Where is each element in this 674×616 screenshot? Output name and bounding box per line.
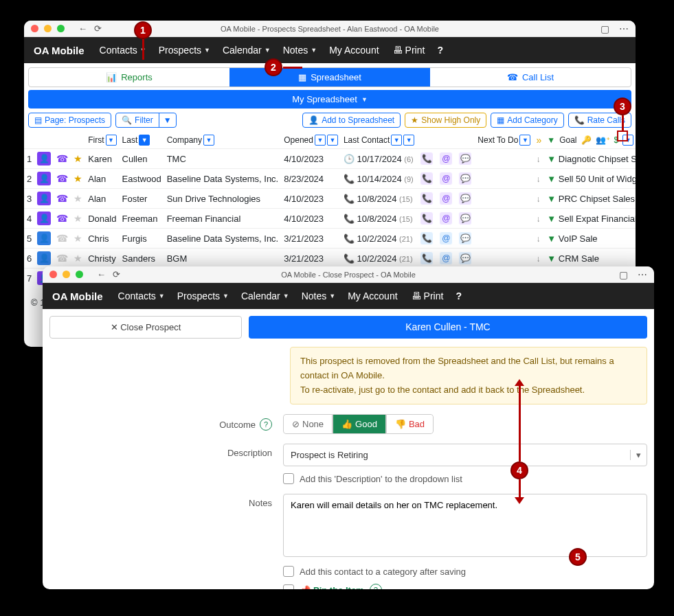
cell-first: Chris bbox=[85, 229, 119, 249]
info-box: This prospect is removed from the Spread… bbox=[290, 347, 647, 404]
at-icon[interactable]: @ bbox=[439, 251, 453, 265]
star-icon[interactable]: ★ bbox=[74, 253, 82, 264]
tab-reports[interactable]: 📊Reports bbox=[29, 68, 229, 87]
filter-icon[interactable]: ▼ bbox=[547, 135, 555, 145]
chat-icon[interactable]: 💬 bbox=[458, 192, 472, 205]
menu-contacts[interactable]: Contacts▼ bbox=[114, 288, 169, 304]
phone-icon[interactable]: ☎ bbox=[56, 193, 68, 204]
description-select[interactable]: Prospect is Retiring bbox=[283, 444, 647, 466]
help-icon[interactable]: ? bbox=[370, 584, 382, 589]
at-icon[interactable]: @ bbox=[439, 231, 453, 245]
chevrons-icon[interactable]: » bbox=[536, 135, 541, 146]
menu-prospects[interactable]: Prospects▼ bbox=[173, 288, 233, 304]
table-row[interactable]: 2👤☎★AlanEastwoodBaseline Data Systems, I… bbox=[24, 169, 636, 189]
table-row[interactable]: 3👤☎★AlanFosterSun Drive Technologies4/10… bbox=[24, 189, 636, 209]
table-row[interactable]: 5👤☎★ChrisFurgisBaseline Data Systems, In… bbox=[24, 229, 636, 249]
outcome-good[interactable]: 👍Good bbox=[333, 414, 386, 434]
my-spreadsheet-button[interactable]: My Spreadsheet▼ bbox=[28, 90, 631, 109]
person-icon[interactable]: 👤 bbox=[37, 172, 51, 185]
star-icon[interactable]: ★ bbox=[74, 173, 82, 184]
add-to-spreadsheet-button[interactable]: 👤Add to Spreadsheet bbox=[302, 113, 401, 128]
caret-icon[interactable]: ▼ bbox=[159, 113, 176, 127]
thumbs-down-icon: 👎 bbox=[395, 419, 406, 429]
callout-stem bbox=[519, 479, 521, 499]
chat-icon[interactable]: 💬 bbox=[458, 212, 472, 225]
at-icon[interactable]: @ bbox=[439, 172, 453, 185]
help-icon[interactable]: ? bbox=[260, 418, 272, 431]
phone-icon[interactable]: ☎ bbox=[56, 213, 68, 224]
at-icon[interactable]: @ bbox=[439, 212, 453, 225]
table-row[interactable]: 1👤☎★KarenCullenTMC4/10/2023🕒 10/17/2024 … bbox=[24, 149, 636, 169]
call-icon[interactable]: 📞 bbox=[420, 172, 434, 185]
cell-first: Christy bbox=[85, 249, 119, 269]
thumbs-up-icon: 👍 bbox=[341, 419, 352, 429]
sort-icon[interactable]: ▼ bbox=[519, 135, 530, 146]
pin-checkbox[interactable] bbox=[283, 584, 294, 589]
call-icon[interactable]: 📞 bbox=[420, 152, 434, 166]
table-row[interactable]: 4👤☎★DonaldFreemanFreeman Financial4/10/2… bbox=[24, 209, 636, 229]
menu-help[interactable]: ? bbox=[433, 42, 447, 58]
phone-icon[interactable]: ☎ bbox=[56, 233, 68, 244]
phone-icon[interactable]: ☎ bbox=[56, 253, 68, 264]
person-icon[interactable]: 👤 bbox=[37, 212, 51, 225]
person-icon[interactable]: 👤 bbox=[37, 231, 51, 245]
close-prospect-button[interactable]: ✕ Close Prospect bbox=[49, 316, 242, 339]
menu-myaccount[interactable]: My Account bbox=[325, 42, 383, 58]
tab-calllist[interactable]: ☎Call List bbox=[430, 68, 631, 87]
arrow-down-icon[interactable]: ↓ bbox=[536, 155, 540, 164]
person-icon[interactable]: 👤 bbox=[37, 152, 51, 166]
table-row[interactable]: 6👤☎★ChristySandersBGM3/21/2023📞 10/2/202… bbox=[24, 249, 636, 269]
menu-print[interactable]: 🖶Print bbox=[389, 42, 429, 58]
menu-prospects[interactable]: Prospects▼ bbox=[155, 42, 214, 58]
sort-icon[interactable]: ▼ bbox=[327, 135, 338, 146]
sort-icon[interactable]: ▼ bbox=[139, 135, 150, 146]
arrow-down-icon[interactable]: ↓ bbox=[536, 174, 540, 184]
at-icon[interactable]: @ bbox=[439, 152, 453, 166]
sort-icon[interactable]: ▼ bbox=[106, 135, 117, 146]
add-category-checkbox[interactable] bbox=[283, 566, 294, 577]
sort-icon[interactable]: ▼ bbox=[203, 135, 214, 146]
add-category-button[interactable]: ▦Add Category bbox=[491, 113, 563, 128]
person-icon[interactable]: 👤 bbox=[37, 251, 51, 265]
arrow-down-icon[interactable]: ↓ bbox=[536, 194, 540, 204]
call-icon[interactable]: 📞 bbox=[420, 231, 434, 245]
menu-notes[interactable]: Notes▼ bbox=[279, 42, 322, 58]
menu-calendar[interactable]: Calendar▼ bbox=[237, 288, 293, 304]
star-icon[interactable]: ★ bbox=[74, 193, 82, 204]
show-high-only-button[interactable]: ★Show High Only bbox=[405, 113, 486, 128]
chat-icon[interactable]: 💬 bbox=[458, 172, 472, 185]
add-description-checkbox[interactable] bbox=[283, 473, 294, 484]
chat-icon[interactable]: 💬 bbox=[458, 231, 472, 245]
notes-textarea[interactable] bbox=[283, 494, 647, 557]
sort-icon[interactable]: ▼ bbox=[391, 135, 402, 146]
star-icon[interactable]: ★ bbox=[74, 153, 82, 164]
star-icon[interactable]: ★ bbox=[74, 233, 82, 244]
menu-notes[interactable]: Notes▼ bbox=[297, 288, 340, 304]
phone-icon[interactable]: ☎ bbox=[56, 153, 68, 164]
at-icon[interactable]: @ bbox=[439, 192, 453, 205]
sort-icon[interactable]: ▼ bbox=[403, 135, 414, 146]
menu-print[interactable]: 🖶Print bbox=[407, 288, 448, 304]
tab-spreadsheet[interactable]: ▦Spreadsheet bbox=[229, 68, 430, 87]
menu-myaccount[interactable]: My Account bbox=[344, 288, 401, 304]
arrow-down-icon[interactable]: ↓ bbox=[536, 254, 540, 264]
arrow-down-icon[interactable]: ↓ bbox=[536, 214, 540, 224]
phone-icon[interactable]: ☎ bbox=[56, 173, 68, 184]
menu-calendar[interactable]: Calendar▼ bbox=[218, 42, 275, 58]
call-icon[interactable]: 📞 bbox=[420, 192, 434, 205]
page-prospects-button[interactable]: ▤Page: Prospects bbox=[28, 113, 111, 128]
outcome-bad[interactable]: 👎Bad bbox=[386, 414, 434, 434]
chat-icon[interactable]: 💬 bbox=[458, 152, 472, 166]
cell-nexttodo bbox=[475, 229, 533, 249]
sort-icon[interactable]: ▼ bbox=[315, 135, 326, 146]
person-icon[interactable]: 👤 bbox=[37, 192, 51, 205]
arrow-down-icon[interactable]: ↓ bbox=[536, 234, 540, 244]
call-icon[interactable]: 📞 bbox=[420, 251, 434, 265]
star-icon[interactable]: ★ bbox=[74, 213, 82, 224]
cell-company: Freeman Financial bbox=[164, 209, 282, 229]
chat-icon[interactable]: 💬 bbox=[458, 251, 472, 265]
outcome-none[interactable]: ⊘None bbox=[283, 414, 333, 434]
filter-button[interactable]: 🔍Filter▼ bbox=[115, 113, 177, 128]
call-icon[interactable]: 📞 bbox=[420, 212, 434, 225]
menu-help[interactable]: ? bbox=[451, 288, 466, 304]
